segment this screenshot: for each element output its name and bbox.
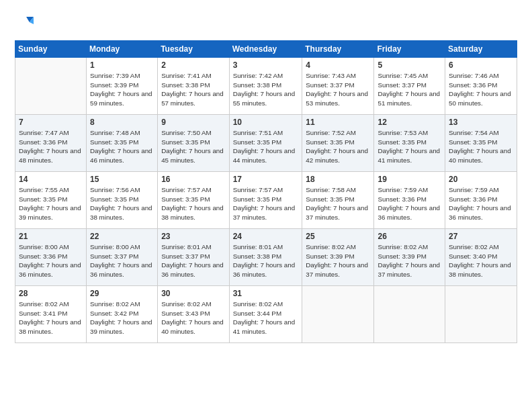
day-number: 10 (233, 118, 299, 127)
calendar-cell: 31Sunrise: 8:02 AMSunset: 3:44 PMDayligh… (229, 286, 302, 343)
day-number: 23 (161, 232, 225, 241)
day-info: Sunrise: 7:55 AMSunset: 3:35 PMDaylight:… (19, 185, 83, 222)
day-number: 17 (233, 175, 299, 184)
weekday-header-monday: Monday (86, 41, 157, 58)
calendar-cell: 29Sunrise: 8:02 AMSunset: 3:42 PMDayligh… (86, 286, 157, 343)
calendar-cell: 30Sunrise: 8:02 AMSunset: 3:43 PMDayligh… (158, 286, 229, 343)
calendar-week-row: 14Sunrise: 7:55 AMSunset: 3:35 PMDayligh… (15, 172, 517, 229)
day-number: 16 (161, 175, 225, 184)
calendar-week-row: 21Sunrise: 8:00 AMSunset: 3:36 PMDayligh… (15, 229, 517, 286)
day-number: 31 (233, 289, 299, 298)
calendar-cell: 19Sunrise: 7:59 AMSunset: 3:36 PMDayligh… (374, 172, 445, 229)
day-number: 21 (19, 232, 83, 241)
day-number: 27 (449, 232, 513, 241)
day-number: 4 (306, 60, 370, 70)
weekday-header-tuesday: Tuesday (158, 41, 229, 58)
day-number: 6 (449, 60, 513, 70)
day-info: Sunrise: 7:52 AMSunset: 3:35 PMDaylight:… (306, 128, 370, 165)
day-number: 12 (378, 118, 441, 127)
day-info: Sunrise: 7:47 AMSunset: 3:36 PMDaylight:… (19, 128, 83, 165)
calendar-cell: 24Sunrise: 8:01 AMSunset: 3:38 PMDayligh… (229, 229, 302, 286)
calendar-cell: 20Sunrise: 7:59 AMSunset: 3:36 PMDayligh… (445, 172, 517, 229)
day-info: Sunrise: 7:57 AMSunset: 3:35 PMDaylight:… (161, 185, 225, 222)
day-number: 3 (233, 60, 299, 70)
day-info: Sunrise: 8:02 AMSunset: 3:44 PMDaylight:… (233, 300, 299, 336)
day-info: Sunrise: 7:46 AMSunset: 3:36 PMDaylight:… (449, 71, 513, 108)
day-info: Sunrise: 7:51 AMSunset: 3:35 PMDaylight:… (233, 128, 299, 165)
day-info: Sunrise: 8:00 AMSunset: 3:37 PMDaylight:… (90, 242, 154, 279)
day-number: 22 (90, 232, 154, 241)
calendar-cell: 28Sunrise: 8:02 AMSunset: 3:41 PMDayligh… (15, 286, 87, 343)
calendar-cell: 1Sunrise: 7:39 AMSunset: 3:39 PMDaylight… (86, 58, 157, 115)
calendar-cell: 26Sunrise: 8:02 AMSunset: 3:39 PMDayligh… (374, 229, 445, 286)
calendar-cell: 6Sunrise: 7:46 AMSunset: 3:36 PMDaylight… (445, 58, 517, 115)
day-number: 24 (233, 232, 299, 241)
day-info: Sunrise: 8:02 AMSunset: 3:41 PMDaylight:… (19, 300, 83, 336)
day-number: 2 (161, 60, 225, 70)
day-info: Sunrise: 8:02 AMSunset: 3:39 PMDaylight:… (378, 242, 441, 279)
day-info: Sunrise: 7:56 AMSunset: 3:35 PMDaylight:… (90, 185, 154, 222)
day-info: Sunrise: 7:50 AMSunset: 3:35 PMDaylight:… (161, 128, 225, 165)
day-number: 29 (90, 289, 154, 298)
calendar-cell: 27Sunrise: 8:02 AMSunset: 3:40 PMDayligh… (445, 229, 517, 286)
day-info: Sunrise: 7:54 AMSunset: 3:35 PMDaylight:… (449, 128, 513, 165)
day-number: 19 (378, 175, 441, 184)
calendar-cell: 7Sunrise: 7:47 AMSunset: 3:36 PMDaylight… (15, 115, 87, 172)
calendar-cell: 22Sunrise: 8:00 AMSunset: 3:37 PMDayligh… (86, 229, 157, 286)
calendar-cell: 11Sunrise: 7:52 AMSunset: 3:35 PMDayligh… (302, 115, 374, 172)
day-number: 18 (306, 175, 370, 184)
day-number: 9 (161, 118, 225, 127)
day-number: 25 (306, 232, 370, 241)
calendar-cell: 18Sunrise: 7:58 AMSunset: 3:35 PMDayligh… (302, 172, 374, 229)
day-info: Sunrise: 8:01 AMSunset: 3:38 PMDaylight:… (233, 242, 299, 279)
calendar-cell: 5Sunrise: 7:45 AMSunset: 3:37 PMDaylight… (374, 58, 445, 115)
day-number: 14 (19, 175, 83, 184)
day-number: 13 (449, 118, 513, 127)
day-info: Sunrise: 7:39 AMSunset: 3:39 PMDaylight:… (90, 71, 154, 108)
day-number: 5 (378, 60, 441, 70)
day-number: 26 (378, 232, 441, 241)
day-number: 28 (19, 289, 83, 298)
calendar-cell: 10Sunrise: 7:51 AMSunset: 3:35 PMDayligh… (229, 115, 302, 172)
calendar-week-row: 1Sunrise: 7:39 AMSunset: 3:39 PMDaylight… (15, 58, 517, 115)
day-number: 15 (90, 175, 154, 184)
calendar-cell: 12Sunrise: 7:53 AMSunset: 3:35 PMDayligh… (374, 115, 445, 172)
day-info: Sunrise: 8:02 AMSunset: 3:40 PMDaylight:… (449, 242, 513, 279)
calendar-cell: 13Sunrise: 7:54 AMSunset: 3:35 PMDayligh… (445, 115, 517, 172)
day-info: Sunrise: 7:48 AMSunset: 3:35 PMDaylight:… (90, 128, 154, 165)
day-info: Sunrise: 7:53 AMSunset: 3:35 PMDaylight:… (378, 128, 441, 165)
calendar-cell: 3Sunrise: 7:42 AMSunset: 3:38 PMDaylight… (229, 58, 302, 115)
calendar-cell: 17Sunrise: 7:57 AMSunset: 3:35 PMDayligh… (229, 172, 302, 229)
day-number: 20 (449, 175, 513, 184)
day-number: 1 (90, 60, 154, 70)
calendar-cell (302, 286, 374, 343)
calendar-cell: 23Sunrise: 8:01 AMSunset: 3:37 PMDayligh… (158, 229, 229, 286)
day-info: Sunrise: 7:42 AMSunset: 3:38 PMDaylight:… (233, 71, 299, 108)
calendar-cell (445, 286, 517, 343)
calendar-cell: 21Sunrise: 8:00 AMSunset: 3:36 PMDayligh… (15, 229, 87, 286)
logo-icon (15, 15, 34, 34)
calendar-cell (374, 286, 445, 343)
day-info: Sunrise: 7:43 AMSunset: 3:37 PMDaylight:… (306, 71, 370, 108)
calendar-cell: 15Sunrise: 7:56 AMSunset: 3:35 PMDayligh… (86, 172, 157, 229)
calendar-week-row: 7Sunrise: 7:47 AMSunset: 3:36 PMDaylight… (15, 115, 517, 172)
calendar-page: SundayMondayTuesdayWednesdayThursdayFrid… (0, 0, 532, 411)
calendar-cell: 2Sunrise: 7:41 AMSunset: 3:38 PMDaylight… (158, 58, 229, 115)
day-info: Sunrise: 8:02 AMSunset: 3:42 PMDaylight:… (90, 300, 154, 336)
weekday-header-friday: Friday (374, 41, 445, 58)
calendar-cell: 8Sunrise: 7:48 AMSunset: 3:35 PMDaylight… (86, 115, 157, 172)
day-info: Sunrise: 7:41 AMSunset: 3:38 PMDaylight:… (161, 71, 225, 108)
day-info: Sunrise: 7:59 AMSunset: 3:36 PMDaylight:… (378, 185, 441, 222)
calendar-week-row: 28Sunrise: 8:02 AMSunset: 3:41 PMDayligh… (15, 286, 517, 343)
day-number: 11 (306, 118, 370, 127)
day-info: Sunrise: 7:59 AMSunset: 3:36 PMDaylight:… (449, 185, 513, 222)
calendar-table: SundayMondayTuesdayWednesdayThursdayFrid… (15, 40, 517, 343)
day-info: Sunrise: 7:58 AMSunset: 3:35 PMDaylight:… (306, 185, 370, 222)
day-info: Sunrise: 7:45 AMSunset: 3:37 PMDaylight:… (378, 71, 441, 108)
calendar-cell: 14Sunrise: 7:55 AMSunset: 3:35 PMDayligh… (15, 172, 87, 229)
calendar-cell: 25Sunrise: 8:02 AMSunset: 3:39 PMDayligh… (302, 229, 374, 286)
day-info: Sunrise: 8:02 AMSunset: 3:39 PMDaylight:… (306, 242, 370, 279)
day-number: 7 (19, 118, 83, 127)
day-number: 30 (161, 289, 225, 298)
weekday-header-thursday: Thursday (302, 41, 374, 58)
